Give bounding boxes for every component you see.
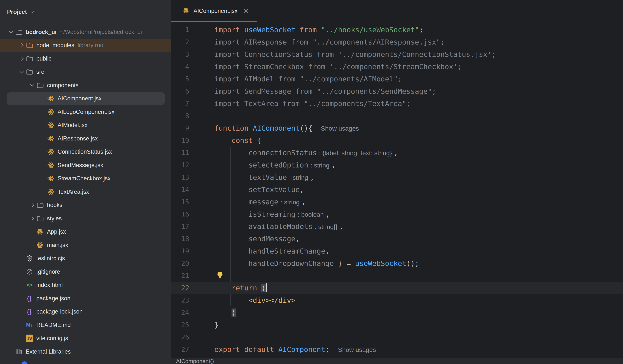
code-line-7[interactable]: 7import TextArea from "../components/Tex… — [171, 97, 623, 110]
tree-item-airesponse-jsx[interactable]: AIResponse.jsx — [0, 132, 171, 145]
code-line-15[interactable]: 15 message: string, — [171, 196, 623, 208]
line-number[interactable]: 5 — [171, 73, 213, 85]
tree-item--gitignore[interactable]: .gitignore — [0, 265, 171, 278]
line-number[interactable]: 16 — [171, 208, 213, 220]
code-token: (){ — [300, 124, 313, 132]
chevron-right-icon[interactable] — [28, 217, 36, 220]
code-line-8[interactable]: 8 — [171, 110, 623, 122]
tree-item-note: library root — [78, 42, 105, 49]
code-line-2[interactable]: 2import AIResponse from "../components/A… — [171, 36, 623, 48]
chevron-down-icon[interactable] — [7, 31, 15, 33]
tree-item-streamcheckbox-jsx[interactable]: StreamCheckbox.jsx — [0, 172, 171, 185]
tree-item-main-jsx[interactable]: main.jsx — [0, 238, 171, 252]
show-usages-inlay[interactable]: Show usages — [321, 125, 359, 132]
chevron-right-icon[interactable] — [18, 57, 25, 60]
line-number[interactable]: 2 — [171, 36, 213, 48]
tree-item-connectionstatus-jsx[interactable]: ConnectionStatus.jsx — [0, 145, 171, 159]
code-line-11[interactable]: 11 connectionStatus: {label: string, tex… — [171, 147, 623, 159]
code-line-27[interactable]: 27export default AIComponent;Show usages — [171, 343, 623, 356]
tree-item-package-lock-json[interactable]: {}package-lock.json — [0, 305, 171, 319]
chevron-down-icon[interactable] — [31, 10, 34, 13]
code-line-5[interactable]: 5import AIModel from "../components/AIMo… — [171, 73, 623, 85]
line-number[interactable]: 6 — [171, 85, 213, 97]
react-icon — [46, 122, 55, 129]
chevron-down-icon[interactable] — [28, 84, 36, 87]
line-number[interactable]: 7 — [171, 97, 213, 110]
line-number[interactable]: 17 — [171, 220, 213, 233]
tree-item--eslintrc-cjs[interactable]: .eslintrc.cjs — [0, 252, 171, 265]
code-line-6[interactable]: 6import SendMessage from "../components/… — [171, 85, 623, 97]
code-line-9[interactable]: 9function AIComponent(){Show usages — [171, 122, 623, 134]
tree-item-textarea-jsx[interactable]: TextArea.jsx — [0, 185, 171, 199]
line-number[interactable]: 18 — [171, 233, 213, 245]
chevron-right-icon[interactable] — [18, 44, 25, 47]
code-line-24[interactable]: 24 ) — [171, 306, 623, 319]
line-number[interactable]: 9 — [171, 122, 213, 134]
code-line-16[interactable]: 16 isStreaming: boolean, — [171, 208, 623, 220]
code-line-10[interactable]: 10 const { — [171, 134, 623, 147]
tree-item-bedrock-ui[interactable]: bedrock_ui~/WebstormProjects/bedrock_ui — [0, 25, 171, 39]
line-number[interactable]: 25 — [171, 319, 213, 331]
line-number[interactable]: 1 — [171, 24, 213, 36]
tree-item-aimodel-jsx[interactable]: AIModel.jsx — [0, 119, 171, 132]
code-line-21[interactable]: 21 — [171, 270, 623, 282]
tree-item-app-jsx[interactable]: App.jsx — [0, 225, 171, 239]
chevron-right-icon[interactable] — [28, 204, 36, 207]
tree-item-styles[interactable]: styles — [0, 212, 171, 225]
tree-item-aicomponent-jsx[interactable]: AIComponent.jsx — [0, 92, 171, 106]
tree-item-readme-md[interactable]: M↓README.md — [0, 318, 171, 332]
tree-item-external-libraries[interactable]: External Libraries — [0, 345, 171, 358]
breadcrumb-item[interactable]: AIComponent() — [176, 358, 214, 364]
code-line-26[interactable]: 26 — [171, 331, 623, 343]
line-number[interactable]: 13 — [171, 171, 213, 184]
tree-item-vite-config-js[interactable]: JSvite.config.js — [0, 332, 171, 345]
code-line-19[interactable]: 19 handleStreamChange, — [171, 245, 623, 257]
code-editor[interactable]: 1import useWebSocket from "../hooks/useW… — [171, 22, 623, 358]
code-line-17[interactable]: 17 availableModels: string[], — [171, 220, 623, 233]
chevron-down-icon[interactable] — [18, 71, 25, 73]
line-number[interactable]: 26 — [171, 331, 213, 343]
close-tab-icon[interactable]: × — [243, 7, 249, 15]
tab-aicomponent-jsx[interactable]: AIComponent.jsx × — [171, 0, 257, 22]
code-text: message: string, — [213, 196, 623, 208]
line-number[interactable]: 24 — [171, 306, 213, 319]
line-number[interactable]: 11 — [171, 147, 213, 159]
line-number[interactable]: 15 — [171, 196, 213, 208]
code-line-4[interactable]: 4import StreamCheckbox from '../componen… — [171, 61, 623, 73]
code-line-13[interactable]: 13 textValue: string, — [171, 171, 623, 184]
code-line-25[interactable]: 25} — [171, 319, 623, 331]
code-line-12[interactable]: 12 selectedOption: string, — [171, 159, 623, 171]
line-number[interactable]: 12 — [171, 159, 213, 171]
tree-item-hooks[interactable]: hooks — [0, 199, 171, 212]
tree-item-public[interactable]: public — [0, 52, 171, 65]
tree-item-components[interactable]: components — [0, 79, 171, 92]
tree-item-src[interactable]: src — [0, 65, 171, 79]
code-line-20[interactable]: 20 handleDropdownChange } = useWebSocket… — [171, 257, 623, 270]
line-number[interactable]: 21 — [171, 270, 213, 282]
tree-item-ailogocomponent-jsx[interactable]: AILogoComponent.jsx — [0, 105, 171, 119]
identifier: AIComponent — [253, 124, 300, 132]
tree-item-index-html[interactable]: <>index.html — [0, 278, 171, 292]
line-number[interactable]: 22 — [171, 282, 213, 294]
code-line-1[interactable]: 1import useWebSocket from "../hooks/useW… — [171, 24, 623, 36]
code-line-22[interactable]: 22 return ( — [171, 282, 623, 294]
code-line-14[interactable]: 14 setTextValue, — [171, 184, 623, 196]
line-number[interactable]: 3 — [171, 48, 213, 61]
show-usages-inlay[interactable]: Show usages — [338, 346, 376, 353]
project-tool-window-header[interactable]: Project — [7, 7, 33, 16]
line-number[interactable]: 8 — [171, 110, 213, 122]
line-number[interactable]: 10 — [171, 134, 213, 147]
code-line-3[interactable]: 3import ConnectionStatus from '../compon… — [171, 48, 623, 61]
line-number[interactable]: 14 — [171, 184, 213, 196]
line-number[interactable]: 23 — [171, 294, 213, 306]
line-number[interactable]: 4 — [171, 61, 213, 73]
tree-item-sendmessage-jsx[interactable]: SendMessage.jsx — [0, 159, 171, 172]
tree-item-package-json[interactable]: {}package.json — [0, 292, 171, 305]
tree-item-node-modules[interactable]: node_moduleslibrary root — [0, 39, 171, 52]
line-number[interactable]: 20 — [171, 257, 213, 270]
line-number[interactable]: 19 — [171, 245, 213, 257]
line-number[interactable]: 27 — [171, 343, 213, 356]
code-line-23[interactable]: 23 <div></div> — [171, 294, 623, 306]
code-line-18[interactable]: 18 sendMessage, — [171, 233, 623, 245]
intention-lightbulb-icon[interactable] — [216, 271, 224, 282]
